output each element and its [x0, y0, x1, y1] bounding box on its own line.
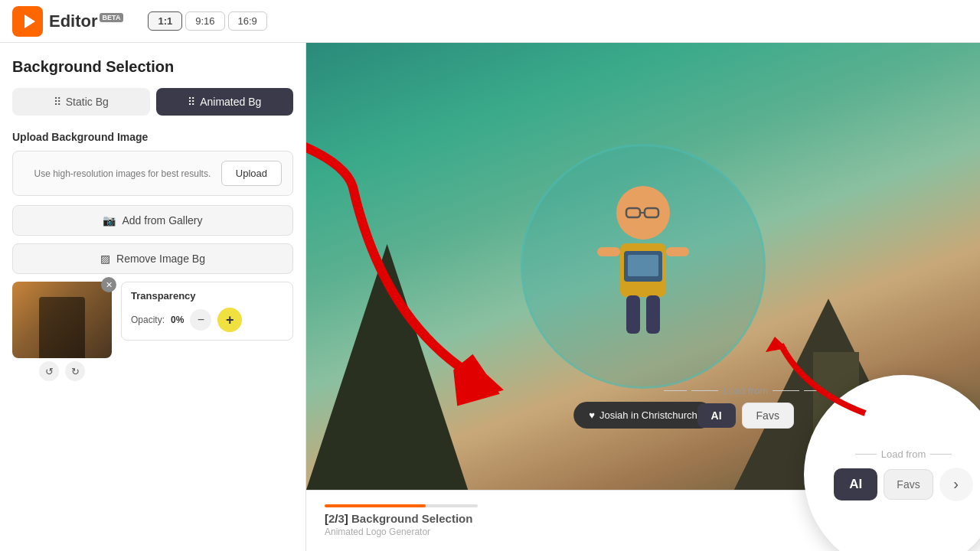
opacity-value: 0%: [171, 315, 184, 325]
upload-box: Use high-resolution images for best resu…: [12, 151, 293, 196]
step-current: 2: [328, 512, 335, 525]
transparency-title: Transparency: [131, 290, 283, 302]
logo-area: EditorBETA: [12, 6, 123, 37]
step-progress-fill: [325, 504, 426, 507]
upload-button[interactable]: Upload: [221, 161, 282, 186]
load-from-section: Load from AI Favs: [664, 385, 827, 429]
thumbnail-reset-button[interactable]: ↺: [39, 361, 59, 381]
aspect-9-16[interactable]: 9:16: [185, 11, 224, 31]
topbar: EditorBETA 1:1 9:16 16:9: [0, 0, 980, 43]
aspect-ratio-group: 1:1 9:16 16:9: [148, 11, 266, 31]
opacity-plus-button[interactable]: +: [217, 308, 242, 332]
step-label: [2/3] Background Selection: [325, 512, 478, 525]
svg-rect-8: [628, 255, 658, 276]
add-from-gallery-button[interactable]: 📷 Add from Gallery: [12, 205, 293, 236]
beta-badge: BETA: [100, 13, 124, 22]
static-bg-button[interactable]: ⠿ Static Bg: [12, 88, 150, 116]
character-figure: [574, 174, 712, 358]
svg-rect-10: [666, 247, 689, 256]
gallery-label: Add from Gallery: [122, 214, 202, 227]
callout-next-chevron[interactable]: ›: [939, 468, 973, 501]
static-bg-icon: ⠿: [54, 96, 61, 108]
animated-bg-icon: ⠿: [188, 96, 195, 108]
step-progress-bar: [325, 504, 478, 507]
character-circle: [521, 144, 766, 389]
static-bg-label: Static Bg: [66, 96, 109, 108]
svg-rect-9: [597, 247, 620, 256]
callout-load-buttons: AI Favs ›: [834, 468, 972, 501]
step-info: [2/3] Background Selection Animated Logo…: [325, 504, 478, 537]
load-from-label: Load from: [664, 385, 827, 396]
remove-icon: ▨: [100, 253, 110, 265]
aspect-16-9[interactable]: 16:9: [228, 11, 267, 31]
logo-icon: [12, 6, 43, 37]
load-from-buttons: AI Favs: [697, 403, 794, 429]
step-title: Background Selection: [351, 512, 472, 525]
thumbnail-controls: ↺ ↻: [12, 361, 112, 381]
step-total: 3: [338, 512, 345, 525]
heart-icon: ♥: [589, 409, 595, 421]
thumbnail-wrap: ✕ ↺ ↻: [12, 282, 112, 358]
step-subtitle: Animated Logo Generator: [325, 527, 478, 537]
opacity-controls: Opacity: 0% − +: [131, 308, 283, 332]
opacity-label: Opacity:: [131, 315, 165, 325]
upload-hint: Use high-resolution images for best resu…: [24, 168, 221, 179]
thumbnail-silhouette: [39, 297, 85, 358]
callout-ai-button[interactable]: AI: [834, 468, 877, 500]
ai-load-button[interactable]: AI: [697, 403, 736, 428]
thumbnail-rotate-button[interactable]: ↻: [65, 361, 85, 381]
upload-section-label: Upload Background Image: [12, 131, 293, 143]
svg-rect-12: [646, 295, 660, 334]
panel-title: Background Selection: [12, 58, 293, 76]
bottom-section: ✕ ↺ ↻ Transparency Opacity: 0% − +: [12, 282, 293, 358]
remove-image-bg-button[interactable]: ▨ Remove Image Bg: [12, 243, 293, 274]
gallery-icon: 📷: [103, 214, 116, 227]
animated-bg-label: Animated Bg: [200, 96, 261, 108]
svg-rect-11: [626, 295, 640, 334]
remove-label: Remove Image Bg: [116, 253, 205, 265]
left-panel: Background Selection ⠿ Static Bg ⠿ Anima…: [0, 43, 306, 551]
callout-favs-button[interactable]: Favs: [884, 469, 933, 500]
app-title: EditorBETA: [49, 11, 123, 31]
transparency-box: Transparency Opacity: 0% − +: [121, 282, 293, 341]
bg-type-buttons: ⠿ Static Bg ⠿ Animated Bg: [12, 88, 293, 116]
thumbnail-canvas: [12, 282, 112, 358]
aspect-1-1[interactable]: 1:1: [148, 11, 182, 31]
favs-load-button[interactable]: Favs: [742, 403, 794, 429]
animated-bg-button[interactable]: ⠿ Animated Bg: [156, 88, 294, 116]
callout-load-from-label: Load from: [855, 448, 952, 460]
thumbnail-close-button[interactable]: ✕: [101, 277, 116, 292]
opacity-minus-button[interactable]: −: [190, 309, 211, 331]
